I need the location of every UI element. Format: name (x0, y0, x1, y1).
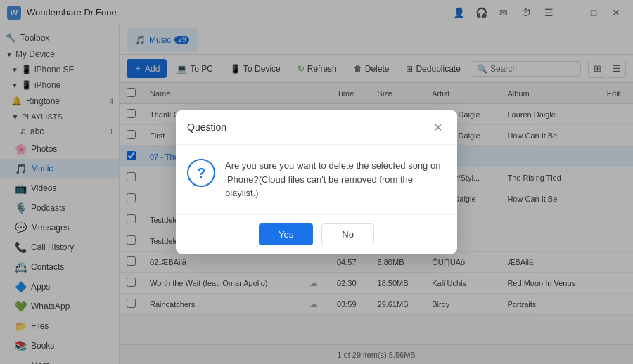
modal-header: Question ✕ (176, 110, 457, 145)
modal-yes-button[interactable]: Yes (259, 223, 313, 245)
modal-no-button[interactable]: No (321, 223, 374, 245)
modal-body: ? Are you sure you want to delete the se… (176, 145, 457, 214)
modal-footer: Yes No (176, 214, 457, 254)
modal-message: Are you sure you want to delete the sele… (225, 159, 446, 200)
modal-title: Question (187, 122, 226, 133)
question-modal: Question ✕ ? Are you sure you want to de… (176, 110, 457, 254)
modal-overlay: Question ✕ ? Are you sure you want to de… (0, 0, 633, 364)
modal-close-button[interactable]: ✕ (429, 119, 446, 136)
modal-question-icon: ? (187, 159, 215, 187)
